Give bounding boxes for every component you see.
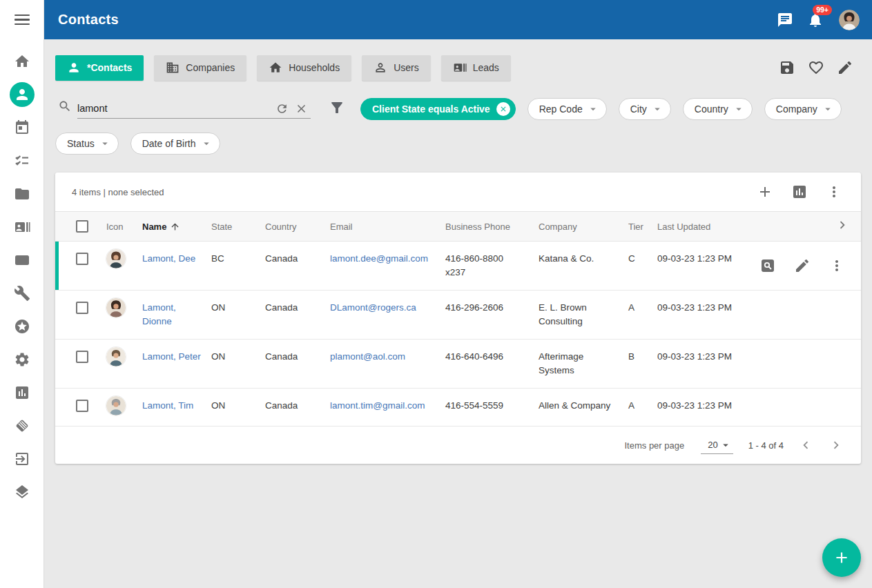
user-avatar[interactable]	[839, 10, 860, 30]
add-record-button[interactable]	[748, 178, 782, 206]
sidebar-item-billing[interactable]: $	[6, 244, 39, 277]
favorite-view-button[interactable]	[802, 54, 831, 81]
column-header-email[interactable]: Email	[330, 222, 445, 232]
tab-companies[interactable]: Companies	[154, 55, 246, 81]
select-all-checkbox[interactable]	[76, 220, 88, 233]
search-input[interactable]	[77, 100, 272, 117]
column-header-name[interactable]: Name	[142, 222, 211, 232]
contact-name-link[interactable]: Lamont, Dee	[142, 252, 211, 266]
previous-page-button[interactable]	[791, 431, 821, 459]
phone-cell: 416-640-6496	[445, 350, 539, 364]
chevron-down-icon	[651, 103, 663, 115]
chevron-down-icon	[587, 103, 599, 115]
contact-name-link[interactable]: Lamont, Peter	[142, 350, 211, 364]
sidebar-item-tools[interactable]	[6, 277, 39, 310]
email-link[interactable]: lamont.tim@gmail.com	[330, 399, 445, 413]
sidebar-item-exit[interactable]	[6, 442, 39, 476]
page-title: Contacts	[58, 12, 119, 28]
tab-users[interactable]: Users	[362, 55, 431, 81]
menu-icon[interactable]	[0, 0, 44, 39]
column-header-tier[interactable]: Tier	[628, 222, 657, 232]
filter-chip-rep-code[interactable]: Rep Code	[527, 98, 607, 120]
email-link[interactable]: DLamont@rogers.ca	[330, 301, 445, 315]
sidebar-item-calendar[interactable]	[6, 111, 39, 144]
contact-photo	[106, 396, 126, 415]
preview-record-button[interactable]	[750, 253, 785, 278]
column-header-business-phone[interactable]: Business Phone	[445, 222, 539, 232]
chevron-down-icon	[719, 439, 732, 451]
filter-row-1: Client State equals Active Rep Code City…	[44, 97, 872, 121]
filter-chip-country[interactable]: Country	[683, 98, 753, 120]
row-checkbox[interactable]	[76, 253, 88, 265]
table-row[interactable]: Lamont, Dionne ON Canada DLamont@rogers.…	[55, 291, 861, 340]
table-row[interactable]: Lamont, Peter ON Canada plamont@aol.com …	[55, 340, 861, 389]
column-header-last-updated[interactable]: Last Updated	[657, 222, 761, 232]
row-checkbox[interactable]	[76, 302, 88, 314]
sidebar-item-tasks[interactable]	[6, 144, 39, 177]
tab-label: Companies	[186, 62, 235, 73]
table-toolbar: 4 items | none selected	[55, 173, 861, 211]
column-header-icon[interactable]: Icon	[106, 222, 142, 232]
edit-view-button[interactable]	[831, 54, 860, 81]
column-header-state[interactable]: State	[211, 222, 265, 232]
table-more-menu[interactable]	[817, 178, 851, 206]
row-more-menu[interactable]	[820, 253, 854, 278]
sidebar-item-tags[interactable]	[6, 409, 39, 442]
contact-name-link[interactable]: Lamont, Dionne	[142, 301, 211, 329]
last-updated-cell: 09-03-23 1:23 PM	[657, 301, 761, 315]
filter-chip-status[interactable]: Status	[55, 133, 119, 155]
filter-chip-date-of-birth[interactable]: Date of Birth	[130, 133, 220, 155]
filter-chip-company[interactable]: Company	[764, 98, 842, 120]
column-header-country[interactable]: Country	[265, 222, 330, 232]
chevron-down-icon	[733, 103, 745, 115]
clear-search-icon[interactable]	[291, 100, 311, 117]
tab-contacts[interactable]: *Contacts	[55, 55, 144, 81]
person-outline-icon	[374, 61, 387, 75]
sidebar-item-contacts[interactable]	[6, 78, 39, 111]
country-cell: Canada	[265, 252, 330, 266]
row-checkbox[interactable]	[76, 400, 88, 412]
email-link[interactable]: lamont.dee@gmail.com	[330, 252, 445, 266]
tier-cell: C	[628, 252, 657, 266]
phone-cell: 416-296-2606	[445, 301, 539, 315]
tasks-icon	[14, 153, 30, 169]
save-view-button[interactable]	[773, 54, 802, 81]
sidebar-item-leads[interactable]	[6, 210, 39, 244]
notification-badge: 99+	[813, 5, 832, 16]
tab-leads[interactable]: Leads	[441, 55, 511, 81]
notifications-bell-icon[interactable]: 99+	[800, 6, 831, 34]
sidebar-item-layers[interactable]	[6, 476, 39, 509]
contacts-icon	[14, 86, 30, 103]
chat-icon[interactable]	[770, 6, 800, 34]
country-cell: Canada	[265, 399, 330, 413]
filter-chip-city[interactable]: City	[619, 98, 671, 120]
person-icon	[67, 61, 81, 75]
sidebar-item-documents[interactable]	[6, 177, 39, 210]
next-page-button[interactable]	[821, 431, 851, 459]
pencil-icon	[837, 59, 853, 76]
active-filter-chip[interactable]: Client State equals Active	[360, 98, 516, 120]
sidebar-item-favorites[interactable]	[6, 310, 39, 343]
refresh-icon[interactable]	[272, 100, 291, 117]
filter-funnel-icon[interactable]	[329, 99, 345, 119]
chart-view-button[interactable]	[782, 178, 817, 206]
email-link[interactable]: plamont@aol.com	[330, 350, 445, 364]
search-box	[55, 99, 311, 119]
edit-record-button[interactable]	[785, 253, 820, 278]
tab-households[interactable]: Households	[257, 55, 351, 81]
tab-label: *Contacts	[87, 62, 132, 73]
sidebar-item-settings[interactable]	[6, 343, 39, 376]
contact-name-link[interactable]: Lamont, Tim	[142, 399, 211, 413]
remove-filter-icon[interactable]	[496, 102, 510, 116]
country-cell: Canada	[265, 301, 330, 315]
table-row[interactable]: Lamont, Tim ON Canada lamont.tim@gmail.c…	[55, 389, 861, 427]
sidebar-item-reports[interactable]	[6, 376, 39, 409]
page-size-select[interactable]: 20	[701, 437, 733, 454]
add-contact-fab[interactable]	[822, 538, 861, 577]
table-row[interactable]: Lamont, Dee BC Canada lamont.dee@gmail.c…	[55, 242, 861, 291]
expand-columns-icon[interactable]	[835, 217, 850, 235]
column-header-company[interactable]: Company	[539, 222, 628, 232]
row-checkbox[interactable]	[76, 351, 88, 363]
selection-summary: 4 items | none selected	[72, 187, 164, 197]
sidebar-item-home[interactable]	[6, 45, 39, 78]
